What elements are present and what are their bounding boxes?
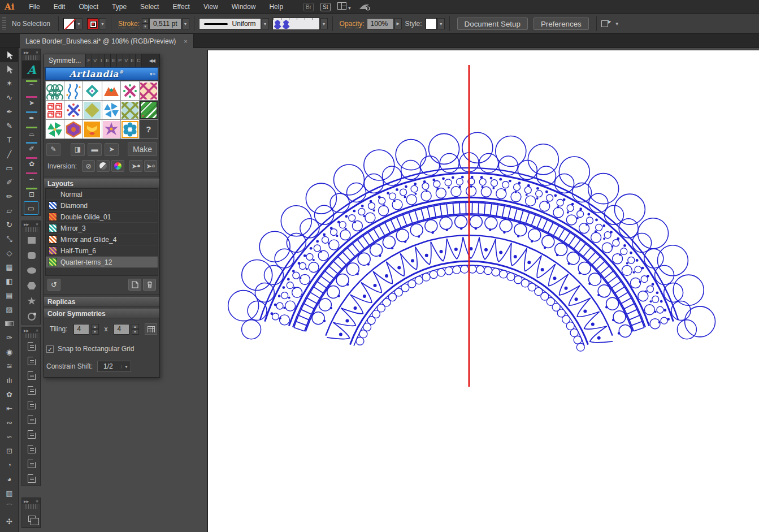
knife-tool[interactable]: ✒ [22, 109, 41, 124]
swatch-green-pinwheel-pattern[interactable] [46, 120, 64, 139]
make-button[interactable]: Make [128, 142, 157, 156]
style-caret[interactable]: ▼ [437, 18, 445, 29]
transform-preset-10[interactable] [22, 471, 41, 486]
tool-column-graph[interactable]: ılı [0, 373, 19, 387]
tool-free-transform[interactable]: ▦ [0, 260, 19, 274]
tool-pencil[interactable]: ✏ [0, 189, 19, 204]
butterfly-tool[interactable]: ✿ [22, 155, 41, 170]
variable-width-profile[interactable]: Uniform [199, 18, 261, 29]
dock-collapse-icon[interactable]: ▶▶ [24, 328, 29, 332]
dock-close-icon[interactable]: ✕ [36, 50, 38, 54]
selection-source-button[interactable]: ➤ [105, 143, 119, 156]
collapsed-tab-8[interactable]: E [129, 54, 136, 67]
dock-collapse-icon[interactable]: ▶▶ [24, 50, 29, 54]
tab-symmetry[interactable]: Symmetr... [44, 54, 86, 67]
transform-preset-9[interactable] [22, 456, 41, 471]
swatch-red-spiral-pattern[interactable] [46, 101, 64, 119]
tool-symbol-sprayer[interactable]: ≋ [0, 359, 19, 373]
tool-symbol-hammer[interactable]: ✣ [0, 514, 19, 529]
bridge-button[interactable]: Br [303, 3, 314, 11]
layers-panel-icon[interactable] [22, 509, 41, 527]
cursor-settings-button[interactable]: ➤✱ [129, 160, 142, 172]
document-setup-button[interactable]: Document Setup [457, 18, 528, 30]
tool-type[interactable]: T [0, 133, 19, 147]
symmetry-select-tool[interactable]: ➤ [22, 94, 41, 109]
tool-eyedropper[interactable]: ✑ [0, 331, 19, 345]
square-shape-tool[interactable] [22, 232, 41, 248]
panel-menu-icon[interactable]: ▾≡ [148, 71, 158, 77]
menu-edit[interactable]: Edit [47, 0, 72, 14]
tool-eraser[interactable]: ▱ [0, 204, 19, 218]
menu-select[interactable]: Select [133, 0, 166, 14]
ellipse-shape-tool[interactable] [22, 263, 41, 278]
arc-edit-tool[interactable]: ⌓ [22, 124, 41, 140]
collapsed-tab-9[interactable]: C [136, 54, 142, 67]
tool-perspective-grid[interactable]: ▤ [0, 288, 19, 302]
opacity-value[interactable]: 100% [367, 18, 394, 29]
tiling-x-input[interactable]: 4 [73, 324, 89, 335]
tool-curvature[interactable]: ✎ [0, 119, 19, 133]
rectangle-source-button[interactable]: ▬ [88, 143, 102, 156]
dock-header[interactable]: ▶▶✕ [22, 327, 40, 333]
path-tool-button[interactable]: ✎ [46, 143, 60, 156]
menu-view[interactable]: View [197, 0, 225, 14]
tool-magic-wand[interactable]: ✶ [0, 76, 19, 90]
controlbar-grip[interactable] [2, 17, 6, 31]
inversion-color-button[interactable] [111, 160, 124, 172]
swatch-orange-mask-pattern[interactable] [83, 120, 101, 139]
layout-item-normal[interactable]: Normal [46, 189, 158, 200]
tool-knife[interactable]: ∽ [0, 430, 19, 444]
tool-pen[interactable]: ✒ [0, 105, 19, 119]
swatch-purple-star-pattern[interactable] [102, 120, 120, 139]
dock-grip[interactable] [25, 55, 37, 60]
stroke-color-swatch[interactable] [87, 18, 98, 29]
swatch-zigzag-pattern[interactable] [102, 81, 120, 100]
menu-type[interactable]: Type [105, 0, 133, 14]
transform-preset-1[interactable] [22, 339, 41, 353]
reset-layout-button[interactable]: ↺ [47, 279, 60, 291]
tool-measure[interactable]: ▥ [0, 486, 19, 500]
collapsed-tab-5[interactable]: E [111, 54, 117, 67]
tool-angle-dial[interactable]: ◕ [0, 472, 19, 486]
tool-blend[interactable]: ◉ [0, 345, 19, 359]
layout-item-quarter-terns-12[interactable]: Quarter-terns_12 [46, 257, 158, 268]
swatch-purple-hex-pattern[interactable] [64, 120, 83, 139]
gpu-performance-icon[interactable] [358, 2, 371, 11]
workspace-switcher[interactable]: ▼ [337, 2, 352, 11]
tiling-x-stepper[interactable]: ▲▼ [92, 324, 99, 335]
tiling-y-input[interactable]: 4 [114, 324, 129, 335]
stroke-weight-stepper[interactable]: ▲▼ [142, 18, 149, 29]
transform-preset-3[interactable] [22, 368, 41, 383]
dock-grip[interactable] [25, 227, 37, 232]
align-options-icon[interactable] [601, 20, 610, 27]
profile-caret[interactable]: ▼ [262, 18, 269, 29]
menu-help[interactable]: Help [262, 0, 290, 14]
orbit-shape-tool[interactable] [22, 309, 41, 324]
tool-flower[interactable]: ✿ [0, 387, 19, 401]
tool-width[interactable]: ◇ [0, 246, 19, 260]
stroke-panel-link[interactable]: Stroke: [118, 20, 140, 28]
menu-effect[interactable]: Effect [166, 0, 196, 14]
collapsed-tab-4[interactable]: E [105, 54, 111, 67]
layout-item-half-turn-6[interactable]: Half-Turn_6 [46, 245, 158, 257]
constrain-shift-dropdown[interactable]: 1/2 ▼ [97, 361, 131, 372]
cursor-disable-button[interactable]: ➤⊘ [144, 160, 157, 172]
tool-brush-scribble[interactable]: ∾ [0, 416, 19, 430]
tool-selection[interactable] [0, 48, 19, 62]
dock-close-icon[interactable]: ✕ [36, 328, 38, 332]
artlandia-tool[interactable]: A [22, 60, 41, 79]
opacity-panel-link[interactable]: Opacity: [340, 20, 365, 28]
menu-file[interactable]: File [22, 0, 46, 14]
swatch-diamond-lattice-pattern[interactable] [140, 81, 158, 100]
swatch-olive-diamond-pattern[interactable] [83, 101, 101, 119]
dock-header[interactable]: ▶▶✕ [22, 498, 40, 504]
brush-caret[interactable]: ▼ [320, 18, 328, 29]
transform-preset-7[interactable] [22, 427, 41, 442]
collapsed-tab-7[interactable]: V [123, 54, 129, 67]
tool-rectangle[interactable]: ▭ [0, 161, 19, 175]
layout-item-mirror-3[interactable]: Mirror_3 [46, 223, 158, 234]
document-tab[interactable]: Lace Border_Brushes.ai* @ 108% (RGB/Prev… [20, 34, 194, 48]
collapsed-tab-2[interactable]: V [92, 54, 98, 67]
inversion-none-button[interactable]: ⊘ [82, 160, 95, 172]
tool-gradient[interactable] [0, 317, 19, 331]
